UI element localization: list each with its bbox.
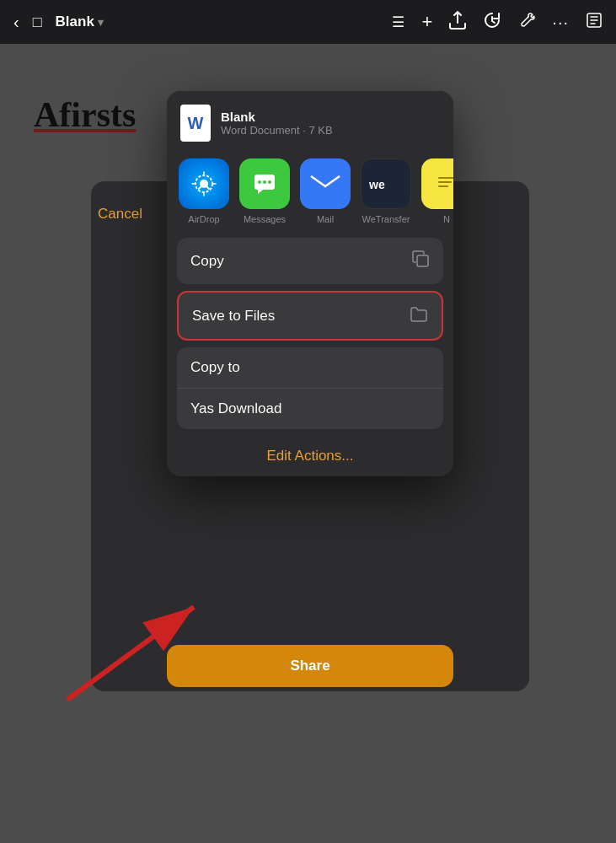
svg-rect-9 (438, 177, 453, 179)
svg-text:we: we (368, 178, 385, 191)
file-info-header: Blank Word Document · 7 KB (167, 91, 453, 152)
copy-action-group: Copy (177, 238, 443, 284)
save-to-files-label: Save to Files (192, 308, 275, 325)
copy-to-label: Copy to (190, 359, 240, 376)
notes-icon (421, 158, 453, 209)
sidebar-toggle-button[interactable]: □ (33, 13, 42, 31)
history-button[interactable] (483, 12, 501, 33)
share-sheet: Blank Word Document · 7 KB AirDrop (167, 91, 453, 476)
svg-rect-11 (438, 185, 448, 187)
save-to-files-action-group: Save to Files (177, 291, 443, 341)
app-icons-row: AirDrop Messages Mail (167, 152, 453, 238)
svg-point-4 (263, 180, 266, 184)
file-description: Word Document · 7 KB (221, 124, 333, 137)
red-arrow-annotation (25, 540, 261, 708)
wetransfer-icon: we (361, 158, 411, 209)
copy-to-action-group: Copy to Yas Download (177, 347, 443, 429)
mail-label: Mail (317, 214, 334, 224)
more-button[interactable]: ··· (552, 13, 569, 32)
messages-label: Messages (244, 214, 286, 224)
copy-to-action-item[interactable]: Copy to (177, 347, 443, 389)
cancel-button[interactable]: Cancel (98, 206, 142, 223)
copy-label: Copy (190, 253, 224, 270)
messages-icon (239, 158, 290, 209)
svg-rect-6 (311, 174, 340, 194)
nav-bar: ‹ □ Blank ▾ ☰ + ··· (0, 0, 616, 44)
svg-rect-10 (438, 181, 452, 183)
file-type-icon (180, 105, 211, 142)
chevron-down-icon: ▾ (98, 16, 104, 29)
notes-label: N (443, 214, 450, 224)
wetransfer-label: WeTransfer (362, 214, 410, 224)
app-messages[interactable]: Messages (238, 158, 292, 224)
list-icon[interactable]: ☰ (392, 13, 404, 31)
svg-rect-8 (431, 169, 453, 199)
save-to-files-action-item[interactable]: Save to Files (179, 293, 442, 339)
file-metadata: Blank Word Document · 7 KB (221, 110, 333, 137)
save-to-files-icon (410, 304, 428, 327)
edit-actions-button[interactable]: Edit Actions... (177, 436, 443, 476)
airdrop-icon (179, 158, 229, 209)
document-title[interactable]: Blank ▾ (56, 13, 104, 30)
app-notes[interactable]: N (420, 158, 453, 224)
copy-icon (411, 250, 430, 272)
mail-icon (300, 158, 351, 209)
edit-icon[interactable] (586, 12, 603, 33)
airdrop-label: AirDrop (188, 214, 219, 224)
app-mail[interactable]: Mail (298, 158, 352, 224)
svg-rect-12 (417, 255, 428, 266)
share-button[interactable] (449, 11, 466, 34)
back-button[interactable]: ‹ (13, 13, 19, 32)
svg-point-5 (268, 180, 271, 184)
app-airdrop[interactable]: AirDrop (177, 158, 231, 224)
copy-action-item[interactable]: Copy (177, 238, 443, 284)
tools-button[interactable] (518, 12, 535, 33)
app-wetransfer[interactable]: we WeTransfer (359, 158, 413, 224)
actions-list: Copy Save to Files (167, 238, 453, 476)
svg-point-3 (258, 180, 261, 184)
add-button[interactable]: + (421, 11, 432, 33)
yas-download-action-item[interactable]: Yas Download (177, 389, 443, 429)
yas-download-label: Yas Download (190, 400, 281, 417)
file-name: Blank (221, 110, 333, 124)
